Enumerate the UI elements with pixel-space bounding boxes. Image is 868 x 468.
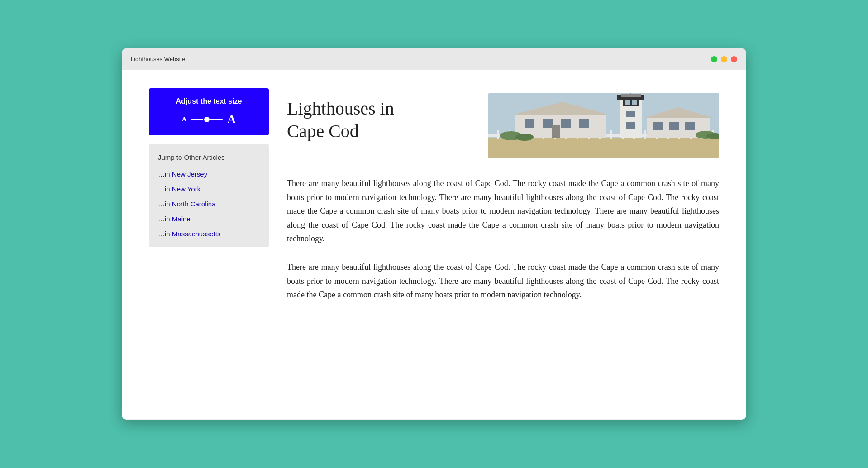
svg-rect-29 [552,125,560,138]
article-paragraph-1: There are many beautiful lighthouses alo… [287,177,719,246]
nav-box: Jump to Other Articles …in New Jersey …i… [149,144,269,247]
browser-title: Lighthouses Website [131,56,185,62]
svg-rect-37 [626,122,635,129]
svg-rect-3 [497,130,499,139]
close-button[interactable] [731,56,737,62]
main-content: Lighthouses in Cape Cod [287,88,719,401]
article-header: Lighthouses in Cape Cod [287,93,719,158]
sidebar: Adjust the text size A A Jump to Other A… [149,88,269,401]
svg-rect-32 [621,94,641,97]
nav-link-massachussetts[interactable]: …in Massachussetts [158,230,260,238]
svg-rect-28 [579,119,589,128]
article-body: There are many beautiful lighthouses alo… [287,177,719,302]
article-title: Lighthouses in Cape Cod [287,93,470,143]
nav-link-new-york[interactable]: …in New York [158,185,260,193]
title-bar: Lighthouses Website [122,48,746,70]
svg-rect-34 [625,100,630,105]
svg-point-46 [515,134,534,141]
svg-rect-1 [488,138,719,158]
nav-link-new-jersey[interactable]: …in New Jersey [158,170,260,178]
svg-rect-41 [669,122,679,130]
browser-window: Lighthouses Website Adjust the text size… [122,48,746,420]
svg-rect-13 [610,130,612,139]
article-image [488,93,719,158]
nav-link-north-carolina[interactable]: …in North Carolina [158,200,260,208]
nav-links: …in New Jersey …in New York …in North Ca… [158,170,260,238]
slider-thumb[interactable] [203,116,210,123]
svg-rect-16 [644,130,646,139]
minimize-button[interactable] [721,56,727,62]
text-size-controls: A A [158,113,260,126]
browser-content: Adjust the text size A A Jump to Other A… [122,70,746,419]
lighthouse-svg [488,93,719,158]
svg-rect-35 [632,100,637,105]
text-size-slider[interactable] [191,119,223,120]
svg-rect-40 [653,122,663,130]
maximize-button[interactable] [711,56,717,62]
svg-rect-42 [685,122,695,130]
window-controls [711,56,737,62]
text-size-widget[interactable]: Adjust the text size A A [149,88,269,135]
text-size-large-a: A [227,113,236,126]
nav-title: Jump to Other Articles [158,153,260,161]
svg-rect-25 [525,119,534,128]
article-paragraph-2: There are many beautiful lighthouses alo… [287,260,719,302]
text-size-label: Adjust the text size [158,97,260,105]
svg-rect-36 [626,111,635,117]
svg-rect-26 [543,119,553,128]
nav-link-maine[interactable]: …in Maine [158,215,260,223]
text-size-small-a: A [182,116,186,123]
svg-rect-27 [561,119,571,128]
